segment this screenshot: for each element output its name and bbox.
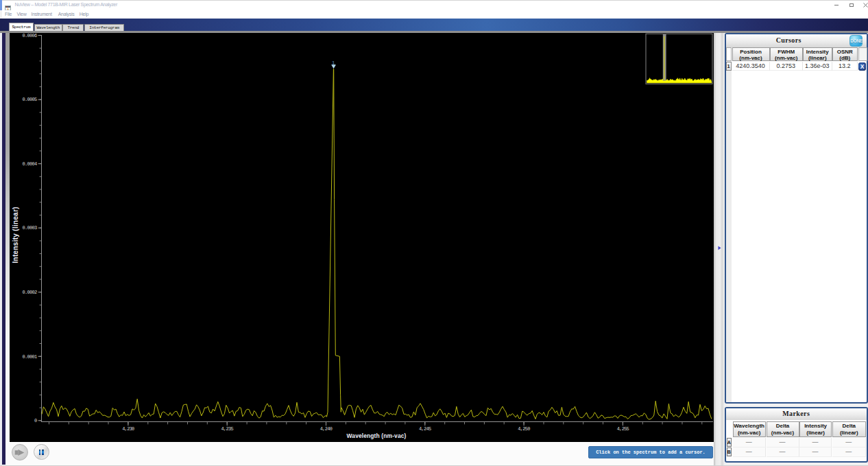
svg-text:4,235: 4,235 (221, 426, 233, 431)
svg-text:1: 1 (332, 60, 335, 65)
svg-text:4,240: 4,240 (320, 426, 333, 431)
svg-text:4,250: 4,250 (518, 426, 530, 431)
svg-text:0.0006: 0.0006 (23, 33, 37, 38)
svg-text:Wavelength (nm-vac): Wavelength (nm-vac) (347, 432, 407, 439)
svg-text:0.0004: 0.0004 (23, 161, 37, 167)
svg-text:4,245: 4,245 (419, 426, 431, 431)
svg-text:4,255: 4,255 (617, 426, 629, 431)
svg-text:Intensity (linear): Intensity (linear) (12, 207, 20, 264)
svg-text:0: 0 (34, 418, 37, 423)
svg-text:0.0002: 0.0002 (23, 290, 37, 295)
svg-text:0.0003: 0.0003 (23, 225, 37, 231)
svg-text:0.0005: 0.0005 (23, 97, 37, 102)
svg-text:4,230: 4,230 (122, 426, 134, 431)
svg-text:0.0001: 0.0001 (23, 353, 37, 359)
